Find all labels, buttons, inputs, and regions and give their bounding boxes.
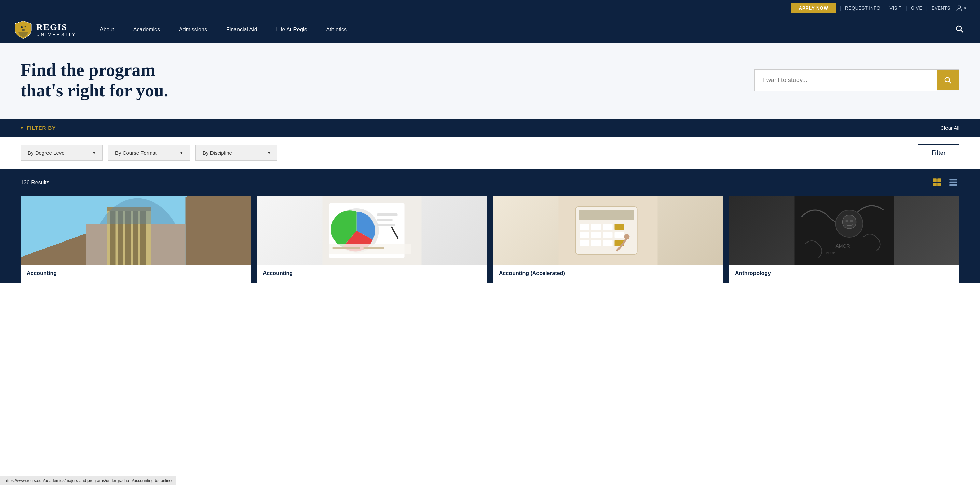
divider-4: |: [926, 5, 928, 11]
card-title: Anthropology: [735, 270, 953, 276]
mural-illustration: AMOR MURIS: [729, 196, 959, 265]
svg-rect-36: [579, 210, 634, 220]
user-account-button[interactable]: ▾: [956, 5, 966, 12]
svg-rect-29: [377, 224, 395, 227]
svg-rect-46: [592, 240, 601, 246]
filter-by-section: ▾ FILTER BY: [21, 125, 56, 131]
svg-text:MURIS: MURIS: [826, 251, 837, 255]
svg-rect-14: [949, 184, 957, 186]
svg-rect-30: [329, 244, 411, 254]
card-title: Accounting: [27, 270, 245, 276]
filter-by-label: FILTER BY: [27, 125, 56, 131]
program-card[interactable]: Accounting (Accelerated): [493, 196, 723, 283]
hero-title: Find the program that's right for you.: [21, 60, 198, 101]
discipline-chevron-icon: ▾: [268, 150, 270, 155]
card-title: Accounting: [263, 270, 481, 276]
filter-apply-button[interactable]: Filter: [918, 144, 959, 161]
program-cards-grid: Accounting: [21, 196, 959, 283]
nav-search-button[interactable]: [953, 22, 966, 37]
program-search-input[interactable]: [755, 70, 937, 91]
course-format-dropdown[interactable]: By Course Format ▾: [108, 145, 190, 161]
results-header: 136 Results: [21, 176, 959, 190]
course-format-chevron-icon: ▾: [180, 150, 183, 155]
svg-text:1877: 1877: [21, 26, 26, 28]
results-count: 136 Results: [21, 180, 49, 186]
divider-3: |: [906, 5, 907, 11]
svg-rect-42: [592, 232, 601, 238]
svg-rect-31: [333, 247, 360, 249]
svg-rect-37: [580, 224, 589, 230]
nav-about[interactable]: About: [90, 17, 124, 42]
grid-view-button[interactable]: [931, 176, 943, 190]
user-chevron: ▾: [964, 5, 966, 11]
svg-rect-9: [937, 178, 941, 182]
results-section: 136 Results: [0, 169, 980, 283]
search-submit-icon: [944, 77, 951, 84]
hero-section: Find the program that's right for you.: [0, 43, 980, 119]
program-card[interactable]: Accounting: [21, 196, 251, 283]
give-link[interactable]: GIVE: [911, 5, 922, 11]
discipline-dropdown[interactable]: By Discipline ▾: [196, 145, 277, 161]
card-body: Anthropology: [729, 265, 959, 283]
degree-level-dropdown[interactable]: By Degree Level ▾: [21, 145, 102, 161]
request-info-link[interactable]: REQUEST INFO: [845, 5, 880, 11]
divider-2: |: [885, 5, 885, 11]
search-icon: [955, 25, 964, 33]
view-toggle: [931, 176, 959, 190]
svg-rect-27: [377, 214, 398, 216]
degree-level-label: By Degree Level: [28, 150, 65, 156]
logo-text: REGIS UNIVERSITY: [36, 22, 76, 37]
dropdowns-row: By Degree Level ▾ By Course Format ▾ By …: [0, 137, 980, 169]
svg-rect-8: [933, 178, 937, 182]
filter-chevron-icon: ▾: [21, 125, 23, 130]
card-body: Accounting (Accelerated): [493, 265, 723, 283]
clear-all-button[interactable]: Clear All: [940, 125, 959, 131]
calculator-illustration: [493, 196, 723, 265]
nav-admissions[interactable]: Admissions: [170, 17, 216, 42]
nav-financial-aid[interactable]: Financial Aid: [216, 17, 267, 42]
logo[interactable]: 1877 IHS REGIS UNIVERSITY: [14, 16, 76, 43]
svg-rect-45: [580, 240, 589, 246]
discipline-label: By Discipline: [203, 150, 232, 156]
svg-rect-44: [615, 232, 624, 238]
nav-athletics[interactable]: Athletics: [317, 17, 356, 42]
card-image-mural: AMOR MURIS: [729, 196, 959, 265]
nav-life-at-regis[interactable]: Life At Regis: [267, 17, 317, 42]
svg-point-49: [624, 234, 630, 239]
card-image-charts: [257, 196, 487, 265]
svg-rect-38: [592, 224, 601, 230]
charts-illustration: [257, 196, 487, 265]
card-image-building: [21, 196, 251, 265]
nav-academics[interactable]: Academics: [124, 17, 170, 42]
card-image-calculator: [493, 196, 723, 265]
svg-point-4: [956, 26, 961, 31]
visit-link[interactable]: VISIT: [889, 5, 901, 11]
utility-bar: APPLY NOW | REQUEST INFO | VISIT | GIVE …: [0, 0, 980, 16]
svg-rect-32: [364, 247, 384, 249]
grid-view-icon: [932, 177, 942, 187]
svg-text:AMOR: AMOR: [836, 243, 850, 249]
program-search-submit-button[interactable]: [937, 70, 959, 90]
svg-point-52: [846, 220, 848, 222]
logo-shield-icon: 1877 IHS: [14, 20, 33, 39]
filter-bar: ▾ FILTER BY Clear All: [0, 119, 980, 137]
logo-regis: REGIS: [36, 22, 76, 32]
svg-line-5: [961, 30, 963, 32]
list-view-button[interactable]: [947, 176, 959, 190]
events-link[interactable]: EVENTS: [931, 5, 950, 11]
svg-rect-11: [937, 183, 941, 187]
logo-university: UNIVERSITY: [36, 32, 76, 37]
svg-rect-28: [377, 219, 393, 221]
svg-rect-43: [603, 232, 612, 238]
svg-rect-40: [615, 224, 624, 230]
card-body: Accounting: [257, 265, 487, 283]
svg-rect-10: [933, 183, 937, 187]
program-card[interactable]: AMOR MURIS Anthropology: [729, 196, 959, 283]
svg-rect-39: [603, 224, 612, 230]
svg-point-53: [851, 220, 853, 222]
list-view-icon: [948, 177, 958, 187]
course-format-label: By Course Format: [115, 150, 157, 156]
card-title: Accounting (Accelerated): [499, 270, 717, 276]
apply-now-button[interactable]: APPLY NOW: [791, 3, 836, 13]
program-card[interactable]: Accounting: [257, 196, 487, 283]
